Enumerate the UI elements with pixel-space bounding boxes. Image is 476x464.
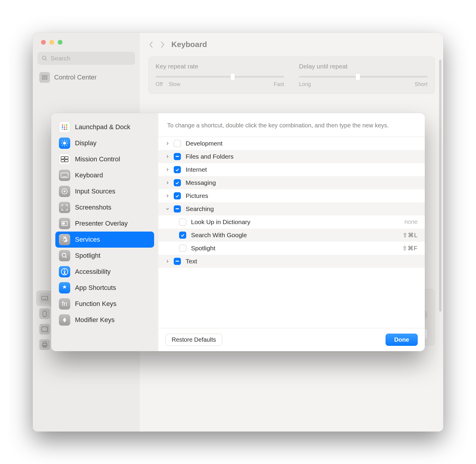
chevron-right-icon[interactable] — [164, 168, 171, 171]
delay-repeat-label: Delay until repeat — [299, 63, 428, 70]
svg-rect-14 — [62, 124, 63, 126]
category-item-input-sources[interactable]: Input Sources — [55, 183, 154, 199]
search-placeholder: Search — [51, 55, 71, 62]
svg-rect-21 — [64, 129, 65, 130]
category-label: Screenshots — [75, 204, 111, 211]
svg-point-41 — [62, 253, 66, 257]
chevron-right-icon[interactable] — [164, 194, 171, 198]
category-label: Accessibility — [75, 268, 111, 276]
category-label: Services — [75, 236, 100, 243]
svg-rect-17 — [62, 126, 63, 128]
mouse-icon — [39, 308, 50, 319]
category-label: Modifier Keys — [75, 316, 115, 324]
group-label: Internet — [186, 166, 425, 173]
category-item-keyboard[interactable]: Keyboard — [55, 167, 154, 183]
category-item-services[interactable]: Services — [55, 232, 154, 248]
shortcut-value: none — [405, 218, 425, 225]
minimize-window-button[interactable] — [49, 40, 54, 45]
svg-rect-12 — [43, 342, 46, 344]
ss-icon — [59, 202, 70, 213]
back-button[interactable] — [149, 41, 154, 49]
service-group-row[interactable]: Text — [158, 255, 425, 268]
chevron-right-icon[interactable] — [164, 155, 171, 158]
svg-point-40 — [63, 223, 65, 224]
checkbox[interactable] — [174, 140, 181, 147]
shortcut-value[interactable]: ⇧⌘L — [403, 232, 425, 239]
printer-icon — [39, 339, 50, 350]
checkbox[interactable] — [174, 205, 181, 213]
category-label: App Shortcuts — [75, 284, 116, 292]
service-group-row[interactable]: Internet — [158, 163, 425, 176]
zoom-window-button[interactable] — [58, 40, 62, 45]
category-item-mission-control[interactable]: Mission Control — [55, 151, 154, 167]
settings-header: Keyboard — [140, 33, 443, 57]
category-label: Keyboard — [75, 171, 103, 179]
main-scrollbar[interactable] — [439, 60, 441, 420]
category-item-function-keys[interactable]: fn Function Keys — [55, 296, 154, 312]
shortcut-value[interactable]: ⇧⌘F — [402, 245, 425, 252]
category-item-display[interactable]: Display — [55, 135, 154, 151]
restore-defaults-button[interactable]: Restore Defaults — [165, 334, 222, 346]
switches-icon — [39, 72, 50, 83]
service-group-row[interactable]: Searching — [158, 202, 425, 215]
window-controls[interactable] — [33, 33, 140, 45]
svg-line-28 — [62, 141, 63, 141]
svg-rect-33 — [65, 157, 68, 159]
sidebar-search-field[interactable]: Search — [37, 52, 135, 65]
checkbox[interactable] — [174, 153, 181, 160]
sidebar-item-label: Control Center — [54, 74, 97, 81]
category-label: Display — [75, 139, 96, 147]
checkbox[interactable] — [174, 179, 181, 186]
service-group-row[interactable]: Files and Folders — [158, 150, 425, 163]
done-button[interactable]: Done — [386, 334, 418, 346]
category-label: Launchpad & Dock — [75, 123, 130, 131]
category-item-spotlight[interactable]: Spotlight — [55, 248, 154, 264]
forward-button[interactable] — [160, 41, 165, 49]
svg-point-23 — [63, 142, 66, 145]
sun-icon — [59, 138, 70, 149]
chevron-right-icon[interactable] — [164, 181, 171, 185]
category-item-accessibility[interactable]: Accessibility — [55, 264, 154, 280]
svg-line-1 — [46, 59, 47, 60]
key-repeat-label: Key repeat rate — [156, 63, 284, 70]
service-group-row[interactable]: Development — [158, 137, 425, 150]
delay-repeat-slider[interactable] — [299, 76, 428, 78]
group-label: Text — [186, 258, 425, 265]
category-item-presenter-overlay[interactable]: Presenter Overlay — [55, 215, 154, 232]
service-item-row[interactable]: Spotlight⇧⌘F — [158, 242, 425, 255]
svg-rect-19 — [66, 126, 67, 128]
category-item-modifier-keys[interactable]: Modifier Keys — [55, 312, 154, 328]
checkbox[interactable] — [174, 258, 181, 265]
service-group-row[interactable]: Pictures — [158, 189, 425, 202]
keyboard-shortcuts-sheet: Launchpad & Dock Display Mission Control… — [51, 113, 425, 351]
service-item-row[interactable]: Look Up in Dictionarynone — [158, 215, 425, 229]
service-item-row[interactable]: Search With Google⇧⌘L — [158, 229, 425, 242]
shortcuts-detail-pane: To change a shortcut, double click the k… — [158, 113, 425, 351]
appstore-icon — [59, 282, 70, 293]
chevron-down-icon[interactable] — [164, 207, 171, 211]
category-item-launchpad-dock[interactable]: Launchpad & Dock — [55, 119, 154, 135]
sidebar-item-control-center[interactable]: Control Center — [36, 70, 136, 85]
checkbox[interactable] — [179, 232, 186, 239]
key-repeat-slider[interactable] — [156, 76, 284, 78]
chevron-right-icon[interactable] — [164, 260, 171, 263]
category-item-screenshots[interactable]: Screenshots — [55, 199, 154, 215]
category-item-app-shortcuts[interactable]: App Shortcuts — [55, 280, 154, 296]
slider-label-short: Short — [415, 81, 428, 88]
page-title: Keyboard — [171, 40, 207, 49]
slider-label-off: Off — [156, 81, 163, 88]
svg-point-44 — [64, 269, 65, 271]
service-group-row[interactable]: Messaging — [158, 176, 425, 189]
svg-line-42 — [65, 256, 67, 258]
checkbox[interactable] — [174, 166, 181, 173]
service-label: Look Up in Dictionary — [191, 218, 405, 226]
checkbox[interactable] — [174, 192, 181, 199]
close-window-button[interactable] — [41, 40, 46, 45]
svg-point-0 — [43, 56, 46, 60]
checkbox[interactable] — [179, 218, 186, 226]
svg-line-31 — [66, 141, 67, 141]
chevron-right-icon[interactable] — [164, 142, 171, 145]
group-label: Searching — [186, 205, 425, 213]
checkbox[interactable] — [179, 245, 186, 252]
grid-icon — [59, 121, 70, 133]
